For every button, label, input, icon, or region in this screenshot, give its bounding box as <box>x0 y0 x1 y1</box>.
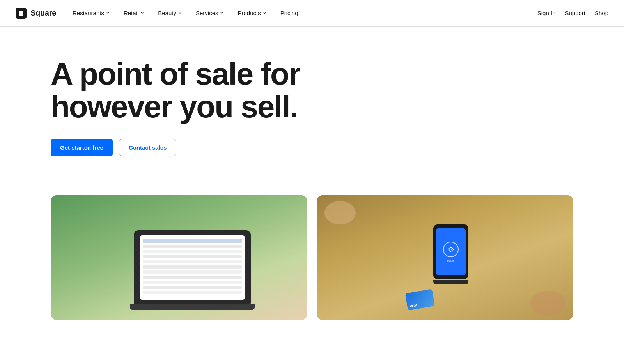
visa-logo: VISA <box>410 304 417 309</box>
restaurant-scene: $96.48 VISA <box>317 195 573 320</box>
chevron-down-icon <box>220 11 225 16</box>
screen-row <box>143 245 242 248</box>
nav-link-retail[interactable]: Retail <box>118 7 151 19</box>
contactless-icon <box>443 242 459 257</box>
pos-device: $96.48 <box>433 224 472 291</box>
get-started-button[interactable]: Get started free <box>51 139 113 156</box>
chevron-down-icon <box>262 11 268 16</box>
nav-shop[interactable]: Shop <box>595 10 608 16</box>
screen-content <box>140 235 245 300</box>
pos-body: $96.48 <box>433 224 468 279</box>
nav-links: Restaurants Retail Beauty Services Produ… <box>67 7 304 19</box>
hero-images: $96.48 VISA <box>0 180 624 320</box>
nav-left: Square Restaurants Retail Beauty Service… <box>16 7 304 19</box>
restaurant-image-card: $96.48 VISA <box>317 195 573 320</box>
screen-data-row <box>143 250 242 253</box>
nav-right: Sign In Support Shop <box>537 10 608 16</box>
nav-link-services[interactable]: Services <box>190 7 231 19</box>
hero-buttons: Get started free Contact sales <box>51 139 300 156</box>
laptop-image-card <box>51 195 307 320</box>
nav-link-restaurants[interactable]: Restaurants <box>67 7 117 19</box>
nav-link-pricing[interactable]: Pricing <box>275 7 304 19</box>
nav-sign-in[interactable]: Sign In <box>537 10 556 16</box>
laptop-scene <box>51 195 307 320</box>
screen-row <box>143 276 242 279</box>
screen-row <box>143 255 242 258</box>
hero-title: A point of sale for however you sell. <box>51 58 300 123</box>
food-plate-left <box>324 201 356 224</box>
food-plate-right <box>530 291 566 316</box>
pos-base <box>433 280 468 284</box>
navigation: Square Restaurants Retail Beauty Service… <box>0 0 624 27</box>
logo-text: Square <box>30 9 56 18</box>
contact-sales-button[interactable]: Contact sales <box>119 139 177 156</box>
screen-data-row <box>143 270 242 274</box>
chevron-down-icon <box>178 11 183 16</box>
laptop-body <box>134 230 251 304</box>
laptop-screen <box>140 235 245 300</box>
screen-data-row <box>143 291 242 294</box>
screen-row <box>143 286 242 289</box>
screen-header-row <box>143 239 242 243</box>
chevron-down-icon <box>106 11 111 16</box>
square-logo-icon <box>16 8 27 19</box>
screen-data-row <box>143 281 242 284</box>
chevron-down-icon <box>140 11 145 16</box>
wifi-wave-icon <box>447 245 455 254</box>
pos-amount-text: $96.48 <box>447 260 454 262</box>
logo[interactable]: Square <box>16 8 56 19</box>
laptop-visual <box>126 226 259 312</box>
hero-section: A point of sale for however you sell. Ge… <box>0 27 351 180</box>
pos-screen: $96.48 <box>436 228 466 275</box>
screen-data-row <box>143 260 242 263</box>
nav-link-products[interactable]: Products <box>232 7 273 19</box>
logo-inner-square <box>19 11 23 16</box>
laptop-base <box>130 304 255 310</box>
nav-link-beauty[interactable]: Beauty <box>152 7 189 19</box>
svg-point-0 <box>450 251 452 252</box>
screen-row <box>143 265 242 269</box>
nav-support[interactable]: Support <box>565 10 585 16</box>
